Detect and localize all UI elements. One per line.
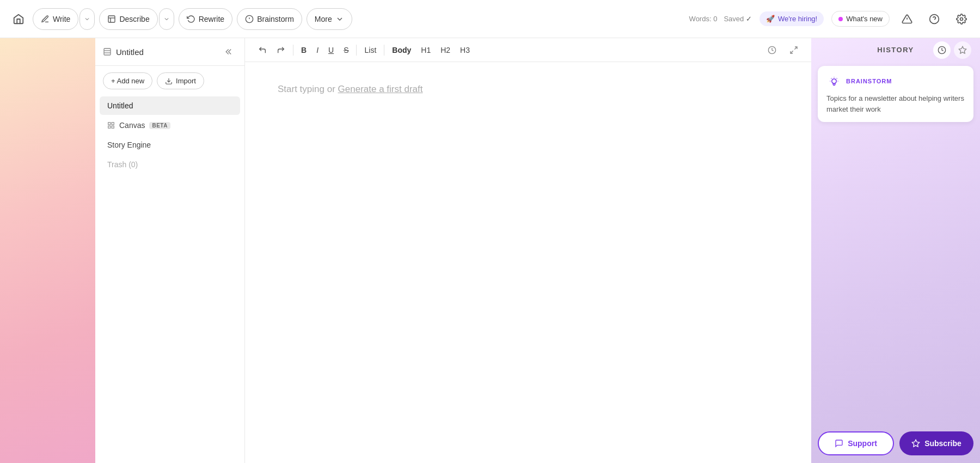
topbar-left: Write Describe Rewrite Brainstorm More	[9, 8, 685, 30]
saved-status: Saved ✓	[724, 15, 752, 23]
help-icon-button[interactable]	[924, 9, 944, 29]
brainstorm-card-label: BRAINSTORM	[846, 78, 892, 84]
svg-marker-23	[959, 46, 966, 53]
nav-item-trash[interactable]: Trash (0)	[100, 155, 240, 174]
write-dropdown[interactable]	[79, 8, 95, 30]
subscribe-button[interactable]: Subscribe	[899, 431, 973, 455]
svg-rect-11	[104, 48, 111, 55]
hiring-button[interactable]: 🚀 We're hiring!	[759, 11, 824, 26]
svg-line-20	[794, 47, 797, 50]
generate-draft-link[interactable]: Generate a first draft	[338, 84, 423, 94]
write-label: Write	[53, 15, 70, 23]
hiring-label: We're hiring!	[778, 15, 817, 23]
expand-icon-button[interactable]	[785, 41, 803, 59]
whats-new-button[interactable]: What's new	[831, 11, 890, 27]
right-panel: HISTORY BRAINSTORM Topics for a newslet	[811, 38, 980, 463]
svg-marker-24	[912, 440, 919, 447]
bold-button[interactable]: B	[297, 41, 311, 59]
svg-rect-16	[112, 123, 114, 125]
rewrite-label: Rewrite	[199, 15, 224, 23]
whats-new-dot	[838, 17, 843, 21]
svg-rect-18	[108, 126, 111, 128]
left-panel-header: Untitled	[95, 38, 244, 66]
h2-button[interactable]: H2	[436, 41, 455, 59]
bottom-buttons: Support Subscribe	[811, 424, 980, 463]
strikethrough-button[interactable]: S	[339, 41, 353, 59]
settings-icon-button[interactable]	[952, 9, 971, 29]
history-card[interactable]: BRAINSTORM Topics for a newsletter about…	[818, 66, 973, 122]
brainstorm-label: Brainstorm	[257, 15, 294, 23]
whats-new-label: What's new	[846, 15, 883, 23]
sidebar	[0, 38, 95, 463]
describe-label: Describe	[119, 15, 149, 23]
rewrite-button[interactable]: Rewrite	[179, 8, 232, 30]
beta-badge: BETA	[149, 122, 170, 129]
toolbar-divider-1	[293, 45, 293, 56]
editor-container: B I U S List Body	[245, 38, 811, 463]
editor-formatting-toolbar: B I U S List Body	[245, 38, 811, 62]
history-icon-button[interactable]	[763, 41, 781, 59]
support-button[interactable]: Support	[818, 431, 894, 455]
nav-item-story-engine[interactable]: Story Engine	[100, 136, 240, 154]
left-panel: Untitled + Add new Import Untitled Canva…	[95, 38, 245, 463]
collapse-button[interactable]	[223, 45, 237, 59]
redo-button[interactable]	[272, 41, 290, 59]
alert-icon-button[interactable]	[897, 9, 917, 29]
subscribe-label: Subscribe	[924, 439, 961, 448]
italic-button[interactable]: I	[312, 41, 323, 59]
topbar-right: Words: 0 Saved ✓ 🚀 We're hiring! What's …	[689, 9, 971, 29]
words-count: Words: 0	[689, 15, 718, 23]
toolbar-divider-2	[356, 45, 357, 56]
svg-point-10	[960, 17, 963, 20]
svg-rect-15	[108, 123, 111, 125]
home-button[interactable]	[9, 9, 28, 29]
topbar: Write Describe Rewrite Brainstorm More W…	[0, 0, 980, 38]
history-header: HISTORY	[811, 38, 980, 62]
svg-rect-0	[108, 16, 115, 22]
formatting-buttons: B I U S List Body	[245, 41, 474, 59]
more-label: More	[315, 15, 332, 23]
list-button[interactable]: List	[360, 41, 381, 59]
toolbar-divider-3	[384, 45, 384, 56]
nav-item-canvas[interactable]: Canvas BETA	[100, 116, 240, 135]
editor-toolbar-right	[763, 41, 803, 59]
support-label: Support	[848, 439, 877, 448]
svg-rect-17	[112, 126, 114, 128]
nav-item-untitled[interactable]: Untitled	[100, 96, 240, 115]
brainstorm-card-icon	[826, 74, 842, 89]
history-content: BRAINSTORM Topics for a newsletter about…	[811, 62, 980, 424]
h3-button[interactable]: H3	[456, 41, 474, 59]
history-title: HISTORY	[877, 46, 914, 54]
main-content: Untitled + Add new Import Untitled Canva…	[0, 38, 980, 463]
history-card-text: Topics for a newsletter about helping wr…	[826, 93, 965, 114]
add-new-button[interactable]: + Add new	[103, 72, 152, 89]
editor-placeholder: Start typing or Generate a first draft	[278, 84, 779, 95]
undo-button[interactable]	[254, 41, 271, 59]
import-button[interactable]: Import	[157, 72, 204, 89]
brainstorm-button[interactable]: Brainstorm	[237, 8, 302, 30]
history-clock-button[interactable]	[933, 41, 951, 59]
describe-dropdown[interactable]	[159, 8, 174, 30]
describe-button[interactable]: Describe	[99, 8, 157, 30]
h1-button[interactable]: H1	[416, 41, 435, 59]
history-icons	[933, 41, 971, 59]
action-buttons: + Add new Import	[95, 66, 244, 96]
words-saved-status: Words: 0 Saved ✓	[689, 15, 752, 23]
svg-line-21	[791, 51, 793, 53]
history-star-button[interactable]	[954, 41, 971, 59]
document-title: Untitled	[103, 47, 144, 57]
editor-body[interactable]: Start typing or Generate a first draft	[245, 62, 811, 463]
write-button[interactable]: Write	[33, 8, 78, 30]
history-card-header: BRAINSTORM	[826, 74, 965, 89]
underline-button[interactable]: U	[324, 41, 338, 59]
body-button[interactable]: Body	[388, 41, 415, 59]
more-button[interactable]: More	[307, 8, 352, 30]
